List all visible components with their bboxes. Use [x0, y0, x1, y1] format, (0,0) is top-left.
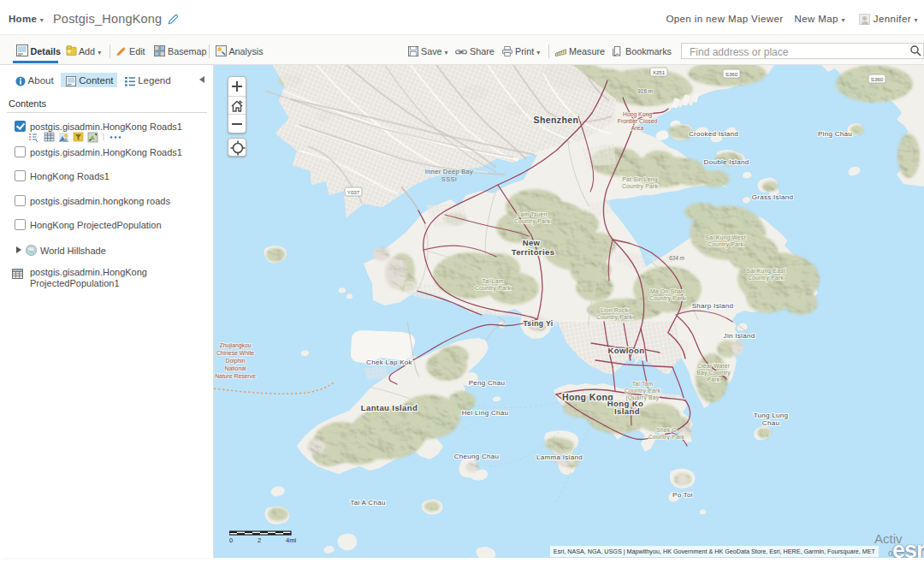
- svg-text:Country Park: Country Park: [475, 285, 511, 292]
- svg-text:Country Park: Country Park: [748, 275, 784, 282]
- svg-text:Chek Lap Kok: Chek Lap Kok: [366, 359, 413, 366]
- svg-text:Frontier Closed: Frontier Closed: [618, 118, 658, 124]
- svg-text:Lamma Island: Lamma Island: [536, 453, 583, 461]
- svg-text:Tai Lam: Tai Lam: [482, 278, 503, 284]
- svg-text:Tsing Yi: Tsing Yi: [523, 319, 553, 328]
- svg-text:634 m: 634 m: [669, 255, 685, 261]
- svg-text:National: National: [225, 365, 246, 371]
- svg-text:Shek O: Shek O: [656, 427, 677, 433]
- svg-text:Sharp Island: Sharp Island: [692, 302, 734, 310]
- svg-text:Grass Island: Grass Island: [752, 193, 794, 201]
- svg-text:Tai Tam: Tai Tam: [632, 381, 654, 387]
- svg-text:Peng Chau: Peng Chau: [469, 379, 506, 387]
- svg-text:4mi: 4mi: [286, 536, 296, 544]
- svg-text:Sai Kung East: Sai Kung East: [746, 268, 785, 275]
- svg-text:0: 0: [229, 536, 233, 544]
- svg-text:Lantau Island: Lantau Island: [361, 403, 418, 412]
- svg-text:Hong Kong: Hong Kong: [623, 111, 652, 118]
- svg-text:Lion Rock: Lion Rock: [601, 307, 628, 313]
- svg-text:Island: Island: [614, 406, 640, 416]
- svg-text:Hong Kong: Hong Kong: [562, 392, 613, 402]
- svg-text:Nature Reserve: Nature Reserve: [215, 373, 256, 379]
- svg-text:Country Park: Country Park: [708, 241, 743, 248]
- svg-text:Country Park: Country Park: [514, 218, 550, 225]
- svg-text:Kowloon: Kowloon: [608, 346, 645, 355]
- svg-text:916 m: 916 m: [637, 88, 654, 94]
- svg-text:Tung Lung: Tung Lung: [754, 412, 789, 419]
- svg-text:Pat Sin Leng: Pat Sin Leng: [622, 176, 657, 183]
- svg-text:X251: X251: [653, 69, 666, 75]
- svg-text:Crooked Island: Crooked Island: [689, 130, 738, 138]
- svg-text:Double Island: Double Island: [704, 158, 749, 166]
- svg-text:Jin Island: Jin Island: [724, 332, 755, 340]
- svg-text:Ping Chau: Ping Chau: [818, 130, 852, 138]
- svg-text:Shenzhen: Shenzhen: [534, 115, 579, 125]
- svg-text:S360: S360: [871, 76, 884, 82]
- svg-text:S360: S360: [726, 71, 738, 77]
- svg-text:(Quarry Bay: (Quarry Bay: [626, 394, 660, 401]
- svg-text:Bay Country: Bay Country: [696, 370, 731, 376]
- svg-text:Y037: Y037: [347, 189, 360, 195]
- svg-text:Tai A Chau: Tai A Chau: [350, 499, 385, 507]
- svg-text:Territories: Territories: [512, 247, 555, 257]
- svg-text:Ma On Shan: Ma On Shan: [650, 288, 684, 294]
- svg-text:SSSI: SSSI: [441, 175, 457, 183]
- svg-text:Zhujiangkou: Zhujiangkou: [219, 342, 251, 349]
- svg-text:Area: Area: [631, 125, 644, 131]
- svg-text:Chau: Chau: [762, 419, 779, 427]
- svg-text:Clear Water: Clear Water: [697, 363, 731, 369]
- svg-text:Country Park: Country Park: [625, 388, 660, 394]
- svg-text:Dolphin: Dolphin: [225, 358, 245, 364]
- svg-text:Chinese White: Chinese White: [216, 350, 254, 356]
- svg-text:Country Park: Country Park: [649, 295, 685, 302]
- svg-text:Country Park: Country Park: [622, 183, 658, 190]
- svg-text:New: New: [523, 238, 541, 247]
- svg-text:2: 2: [258, 536, 261, 544]
- svg-text:Hei Ling Chau: Hei Ling Chau: [462, 409, 509, 417]
- svg-text:Country Park: Country Park: [596, 314, 632, 321]
- svg-text:Park: Park: [708, 376, 720, 382]
- svg-text:Cheung Chau: Cheung Chau: [454, 453, 500, 460]
- svg-text:Country Park: Country Park: [649, 434, 684, 441]
- svg-text:Sai Kung West: Sai Kung West: [705, 234, 745, 241]
- svg-text:Inner Deep Bay: Inner Deep Bay: [425, 168, 473, 175]
- svg-text:Po Toi: Po Toi: [672, 491, 693, 499]
- svg-text:Lam Tsuen: Lam Tsuen: [518, 211, 548, 217]
